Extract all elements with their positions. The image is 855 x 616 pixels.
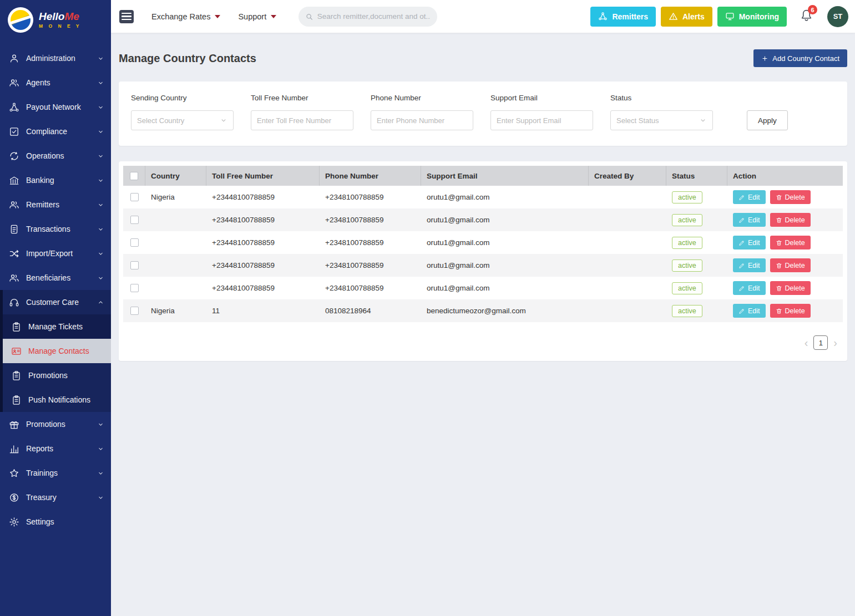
sidebar-item-manage-contacts[interactable]: Manage Contacts bbox=[0, 339, 111, 363]
sidebar-item-label: Remitters bbox=[26, 200, 59, 209]
brand-logo: HelloMe M O N E Y bbox=[0, 0, 111, 38]
sidebar-item-administration[interactable]: Administration bbox=[0, 46, 111, 70]
topbar: Exchange Rates Support Remitters Alerts bbox=[111, 0, 855, 33]
sidebar-item-beneficiaries[interactable]: Beneficiaries bbox=[0, 266, 111, 290]
sidebar-item-promotions-customer-care[interactable]: Promotions bbox=[0, 363, 111, 388]
next-page-icon[interactable]: › bbox=[833, 337, 837, 348]
sidebar-item-agents[interactable]: Agents bbox=[0, 70, 111, 95]
apply-button[interactable]: Apply bbox=[747, 110, 788, 130]
select-all-checkbox[interactable] bbox=[130, 172, 138, 180]
user-icon bbox=[9, 53, 19, 64]
chevron-down-icon bbox=[97, 79, 104, 86]
sidebar-item-manage-tickets[interactable]: Manage Tickets bbox=[0, 314, 111, 339]
edit-button[interactable]: Edit bbox=[733, 281, 766, 295]
status-select[interactable]: Select Status bbox=[610, 110, 713, 130]
edit-button[interactable]: Edit bbox=[733, 190, 766, 204]
clipboard-icon bbox=[11, 370, 22, 381]
sidebar-item-compliance[interactable]: Compliance bbox=[0, 119, 111, 144]
notification-count-badge: 6 bbox=[808, 5, 817, 14]
support-label: Support bbox=[238, 12, 266, 21]
sidebar-item-push-notifications[interactable]: Push Notifications bbox=[0, 388, 111, 412]
sidebar-item-reports[interactable]: Reports bbox=[0, 436, 111, 461]
chevron-down-icon bbox=[97, 55, 104, 62]
sidebar-item-label: Reports bbox=[26, 444, 53, 453]
sending-country-select[interactable]: Select Country bbox=[131, 110, 234, 130]
row-checkbox[interactable] bbox=[130, 216, 139, 224]
menu-toggle-button[interactable] bbox=[119, 10, 134, 23]
cell-phone-number: +2348100788859 bbox=[320, 238, 421, 247]
table-row: +23448100788859 +2348100788859 orutu1@gm… bbox=[123, 208, 843, 231]
cell-support-email: orutu1@gmail.com bbox=[421, 193, 589, 201]
sync-icon bbox=[9, 151, 19, 161]
delete-button[interactable]: Delete bbox=[770, 236, 811, 250]
pencil-icon bbox=[738, 240, 745, 246]
caret-down-icon bbox=[271, 15, 276, 18]
phone-number-input[interactable] bbox=[371, 110, 473, 130]
table-row: Nigeria 11 08108218964 benedictumeozor@g… bbox=[123, 299, 843, 322]
edit-button[interactable]: Edit bbox=[733, 236, 766, 250]
add-country-contact-button[interactable]: Add Country Contact bbox=[753, 49, 847, 67]
monitoring-button[interactable]: Monitoring bbox=[717, 7, 787, 27]
filter-label: Status bbox=[610, 94, 713, 102]
chevron-down-icon bbox=[97, 128, 104, 135]
delete-button[interactable]: Delete bbox=[770, 281, 811, 295]
sidebar-item-treasury[interactable]: Treasury bbox=[0, 485, 111, 510]
sidebar-item-banking[interactable]: Banking bbox=[0, 168, 111, 192]
sidebar-item-transactions[interactable]: Transactions bbox=[0, 217, 111, 241]
remitters-button[interactable]: Remitters bbox=[590, 7, 656, 27]
filter-label: Toll Free Number bbox=[251, 94, 353, 102]
pagination: ‹ 1 › bbox=[129, 335, 837, 350]
row-checkbox[interactable] bbox=[130, 307, 139, 315]
col-phone-number: Phone Number bbox=[320, 166, 421, 186]
sidebar-item-promotions[interactable]: Promotions bbox=[0, 412, 111, 436]
notifications-button[interactable]: 6 bbox=[800, 8, 813, 24]
edit-button[interactable]: Edit bbox=[733, 258, 766, 272]
headset-icon bbox=[9, 297, 19, 308]
toll-free-number-input[interactable] bbox=[251, 110, 353, 130]
sidebar-item-import-export[interactable]: Import/Export bbox=[0, 241, 111, 266]
sidebar-item-settings[interactable]: Settings bbox=[0, 510, 111, 534]
col-created-by: Created By bbox=[589, 166, 666, 186]
page-number-button[interactable]: 1 bbox=[813, 335, 828, 350]
pencil-icon bbox=[738, 194, 745, 201]
support-menu[interactable]: Support bbox=[238, 12, 276, 21]
delete-button[interactable]: Delete bbox=[770, 213, 811, 227]
sidebar-item-operations[interactable]: Operations bbox=[0, 144, 111, 168]
cell-toll-free-number: +23448100788859 bbox=[206, 261, 320, 269]
support-email-input[interactable] bbox=[490, 110, 593, 130]
previous-page-icon[interactable]: ‹ bbox=[805, 337, 808, 348]
row-checkbox[interactable] bbox=[130, 284, 139, 292]
sidebar: HelloMe M O N E Y Administration Agents … bbox=[0, 0, 111, 616]
pencil-icon bbox=[738, 262, 745, 269]
brand-name-hello: Hello bbox=[39, 11, 64, 22]
page-title: Manage Country Contacts bbox=[119, 52, 256, 65]
trash-icon bbox=[776, 240, 782, 246]
alerts-button[interactable]: Alerts bbox=[661, 7, 712, 27]
sidebar-item-label: Customer Care bbox=[26, 298, 79, 307]
page-header: Manage Country Contacts Add Country Cont… bbox=[119, 49, 847, 67]
sidebar-item-customer-care[interactable]: Customer Care bbox=[0, 290, 111, 314]
user-avatar[interactable]: ST bbox=[827, 6, 848, 27]
edit-button[interactable]: Edit bbox=[733, 213, 766, 227]
cell-toll-free-number: +23448100788859 bbox=[206, 193, 320, 201]
sidebar-item-trainings[interactable]: Trainings bbox=[0, 461, 111, 485]
delete-button[interactable]: Delete bbox=[770, 258, 811, 272]
exchange-rates-menu[interactable]: Exchange Rates bbox=[151, 12, 220, 21]
edit-button[interactable]: Edit bbox=[733, 304, 766, 318]
row-checkbox[interactable] bbox=[130, 261, 139, 269]
chevron-down-icon bbox=[97, 445, 104, 452]
filters-panel: Sending Country Select Country Toll Free… bbox=[119, 82, 847, 146]
check-icon bbox=[9, 126, 19, 137]
table-row: Nigeria +23448100788859 +2348100788859 o… bbox=[123, 186, 843, 208]
cell-support-email: orutu1@gmail.com bbox=[421, 284, 589, 292]
sidebar-item-payout-network[interactable]: Payout Network bbox=[0, 95, 111, 119]
row-checkbox[interactable] bbox=[130, 193, 139, 201]
sidebar-item-remitters[interactable]: Remitters bbox=[0, 192, 111, 217]
delete-button[interactable]: Delete bbox=[770, 304, 811, 318]
cell-actions: Edit Delete bbox=[727, 190, 843, 204]
exchange-rates-label: Exchange Rates bbox=[151, 12, 210, 21]
delete-button[interactable]: Delete bbox=[770, 190, 811, 204]
search-input[interactable] bbox=[317, 12, 431, 21]
sidebar-item-label: Treasury bbox=[26, 493, 57, 502]
row-checkbox[interactable] bbox=[130, 238, 139, 247]
